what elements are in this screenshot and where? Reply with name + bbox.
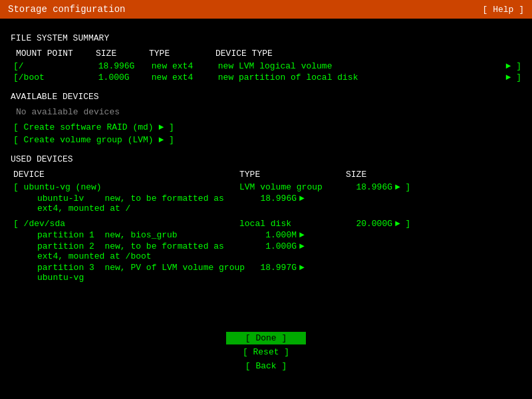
part3-desc: partition 3 new, PV of LVM volume group … [37, 263, 250, 283]
part3-size: 18.997G [250, 263, 297, 283]
create-raid-action[interactable]: [ Create software RAID (md) ► ] [13, 122, 521, 132]
part1-desc: partition 1 new, bios_grub [37, 230, 250, 240]
help-button[interactable]: [ Help ] [483, 5, 524, 15]
part1-arrow: ► [299, 230, 305, 240]
no-devices-text: No available devices [13, 107, 521, 117]
bracket-open-boot: [ [13, 72, 19, 82]
title-bar: Storage configuration [ Help ] [0, 0, 532, 19]
fs-type-boot: new ext4 [152, 72, 218, 82]
part2-desc: partition 2 new, to be formatted as ext4… [37, 241, 250, 261]
ubuntu-vg-size: 18.996G [346, 182, 392, 192]
used-row-part2[interactable]: partition 2 new, to be formatted as ext4… [13, 241, 521, 261]
arrow-icon-root: ► ] [506, 61, 521, 71]
ubuntu-lv-desc: ubuntu-lv new, to be formatted as ext4, … [37, 194, 250, 213]
app-title: Storage configuration [8, 4, 125, 15]
header-devtype: DEVICE TYPE [215, 49, 521, 59]
fs-row-boot[interactable]: [ /boot 1.000G new ext4 new partition of… [13, 72, 521, 82]
used-row-part3[interactable]: partition 3 new, PV of LVM volume group … [13, 263, 521, 283]
sda-type: local disk [239, 219, 346, 229]
fs-row-root[interactable]: [ / 18.996G new ext4 new LVM logical vol… [13, 61, 521, 71]
fs-size-root: 18.996G [98, 61, 152, 71]
fs-mount-root: / [19, 61, 98, 71]
bottom-buttons: [ Done ] [ Reset ] [ Back ] [226, 332, 306, 372]
ubuntu-vg-arrow: ► ] [395, 182, 410, 192]
arrow-icon-boot: ► ] [506, 72, 521, 82]
create-lvm-action[interactable]: [ Create volume group (LVM) ► ] [13, 135, 521, 145]
part2-size: 1.000G [250, 241, 297, 261]
sda-size: 20.000G [346, 219, 392, 229]
part3-arrow: ► [299, 263, 305, 283]
fs-summary-title: FILE SYSTEM SUMMARY [11, 33, 521, 43]
header-type: TYPE [149, 49, 215, 59]
part2-arrow: ► [299, 241, 305, 261]
bracket-open-root: [ [13, 61, 19, 71]
part1-size: 1.000M [250, 230, 297, 240]
sda-arrow: ► ] [395, 219, 410, 229]
ubuntu-vg-type: LVM volume group [239, 182, 346, 192]
available-devices-title: AVAILABLE DEVICES [11, 92, 521, 102]
fs-devtype-boot: new partition of local disk [218, 72, 506, 82]
used-table-header: DEVICE TYPE SIZE [13, 170, 521, 180]
ubuntu-lv-size: 18.996G [250, 194, 297, 213]
used-header-type: TYPE [239, 170, 346, 180]
used-header-device: DEVICE [13, 170, 239, 180]
fs-mount-boot: /boot [19, 72, 98, 82]
used-row-ubuntu-lv[interactable]: ubuntu-lv new, to be formatted as ext4, … [13, 194, 521, 213]
used-devices-title: USED DEVICES [11, 154, 521, 164]
header-size: SIZE [96, 49, 149, 59]
ubuntu-lv-arrow: ► [299, 194, 305, 213]
reset-button[interactable]: [ Reset ] [226, 346, 306, 358]
back-button[interactable]: [ Back ] [226, 360, 306, 372]
used-header-size: SIZE [346, 170, 399, 180]
fs-table-header: MOUNT POINT SIZE TYPE DEVICE TYPE [13, 49, 521, 59]
fs-size-boot: 1.000G [98, 72, 152, 82]
sda-name: [ /dev/sda [13, 219, 239, 229]
done-button[interactable]: [ Done ] [226, 332, 306, 344]
main-content: FILE SYSTEM SUMMARY MOUNT POINT SIZE TYP… [0, 19, 532, 291]
fs-type-root: new ext4 [152, 61, 218, 71]
used-row-sda[interactable]: [ /dev/sda local disk 20.000G ► ] [13, 219, 521, 229]
ubuntu-vg-name: [ ubuntu-vg (new) [13, 182, 239, 192]
header-mountpoint: MOUNT POINT [16, 49, 96, 59]
used-row-part1[interactable]: partition 1 new, bios_grub 1.000M ► [13, 230, 521, 240]
fs-devtype-root: new LVM logical volume [218, 61, 506, 71]
used-row-ubuntu-vg[interactable]: [ ubuntu-vg (new) LVM volume group 18.99… [13, 182, 521, 192]
